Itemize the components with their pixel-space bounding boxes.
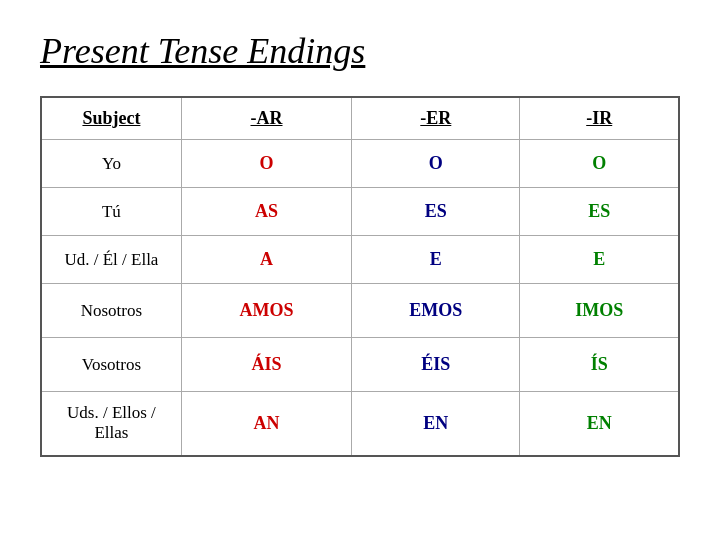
subject-cell: Nosotros	[41, 284, 181, 338]
table-row: YoOOO	[41, 140, 679, 188]
table-row: VosotrosÁISÉISÍS	[41, 338, 679, 392]
subject-cell: Yo	[41, 140, 181, 188]
ir-ending-cell: IMOS	[520, 284, 679, 338]
ar-ending-cell: AMOS	[181, 284, 351, 338]
er-ending-cell: O	[352, 140, 520, 188]
subject-cell: Ud. / Él / Ella	[41, 236, 181, 284]
ar-ending-cell: A	[181, 236, 351, 284]
ar-ending-cell: ÁIS	[181, 338, 351, 392]
ar-ending-cell: AN	[181, 392, 351, 456]
er-ending-cell: ÉIS	[352, 338, 520, 392]
ir-ending-cell: EN	[520, 392, 679, 456]
conjugation-table: Subject -AR -ER -IR YoOOOTúASESESUd. / É…	[40, 96, 680, 457]
col-header-subject: Subject	[41, 97, 181, 140]
col-header-ir: -IR	[520, 97, 679, 140]
table-row: TúASESES	[41, 188, 679, 236]
ir-ending-cell: E	[520, 236, 679, 284]
ir-ending-cell: O	[520, 140, 679, 188]
table-row: Ud. / Él / EllaAEE	[41, 236, 679, 284]
ir-ending-cell: ÍS	[520, 338, 679, 392]
subject-cell: Vosotros	[41, 338, 181, 392]
table-row: NosotrosAMOSEMOSIMOS	[41, 284, 679, 338]
col-header-er: -ER	[352, 97, 520, 140]
col-header-ar: -AR	[181, 97, 351, 140]
ir-ending-cell: ES	[520, 188, 679, 236]
ar-ending-cell: O	[181, 140, 351, 188]
er-ending-cell: ES	[352, 188, 520, 236]
subject-cell: Tú	[41, 188, 181, 236]
er-ending-cell: E	[352, 236, 520, 284]
er-ending-cell: EN	[352, 392, 520, 456]
table-row: Uds. / Ellos /EllasANENEN	[41, 392, 679, 456]
table-header-row: Subject -AR -ER -IR	[41, 97, 679, 140]
er-ending-cell: EMOS	[352, 284, 520, 338]
ar-ending-cell: AS	[181, 188, 351, 236]
page-title: Present Tense Endings	[40, 30, 680, 72]
subject-cell: Uds. / Ellos /Ellas	[41, 392, 181, 456]
